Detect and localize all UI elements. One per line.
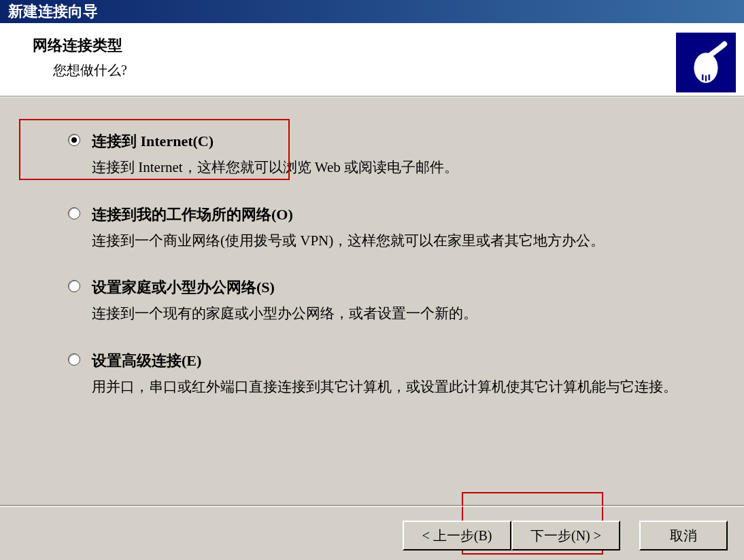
- option-desc: 用并口，串口或红外端口直接连接到其它计算机，或设置此计算机使其它计算机能与它连接…: [92, 377, 690, 398]
- wizard-header: 网络连接类型 您想做什么?: [0, 23, 744, 97]
- option-desc: 连接到一个现有的家庭或小型办公网络，或者设置一个新的。: [92, 303, 690, 325]
- page-title: 网络连接类型: [33, 35, 724, 56]
- radio-icon[interactable]: [68, 353, 80, 366]
- page-subtitle: 您想做什么?: [53, 61, 724, 80]
- connector-icon: [676, 33, 736, 92]
- next-button[interactable]: 下一步(N) >: [511, 521, 620, 550]
- svg-rect-3: [708, 74, 710, 80]
- option-connect-workplace[interactable]: 连接到我的工作场所的网络(O) 连接到一个商业网络(使用拨号或 VPN)，这样您…: [68, 205, 703, 252]
- window-title: 新建连接向导: [8, 1, 98, 22]
- option-desc: 连接到 Internet，这样您就可以浏览 Web 或阅读电子邮件。: [92, 157, 690, 179]
- option-label: 设置家庭或小型办公网络(S): [92, 277, 690, 298]
- option-desc: 连接到一个商业网络(使用拨号或 VPN)，这样您就可以在家里或者其它地方办公。: [92, 230, 690, 252]
- option-setup-home-network[interactable]: 设置家庭或小型办公网络(S) 连接到一个现有的家庭或小型办公网络，或者设置一个新…: [68, 277, 703, 325]
- option-label: 连接到我的工作场所的网络(O): [92, 205, 690, 225]
- option-advanced-connection[interactable]: 设置高级连接(E) 用并口，串口或红外端口直接连接到其它计算机，或设置此计算机使…: [68, 351, 703, 398]
- radio-icon[interactable]: [68, 134, 80, 146]
- back-button[interactable]: < 上一步(B): [403, 521, 511, 550]
- radio-icon[interactable]: [68, 280, 80, 292]
- option-label: 设置高级连接(E): [92, 351, 690, 371]
- options-panel: 连接到 Internet(C) 连接到 Internet，这样您就可以浏览 We…: [0, 97, 744, 398]
- cancel-button[interactable]: 取消: [639, 521, 728, 550]
- option-label: 连接到 Internet(C): [92, 131, 690, 152]
- option-connect-internet[interactable]: 连接到 Internet(C) 连接到 Internet，这样您就可以浏览 We…: [68, 131, 703, 179]
- divider: [0, 506, 744, 507]
- title-bar: 新建连接向导: [0, 0, 744, 23]
- svg-rect-2: [705, 75, 707, 82]
- svg-rect-1: [702, 74, 704, 80]
- wizard-footer: < 上一步(B) 下一步(N) > 取消: [0, 505, 744, 550]
- radio-icon[interactable]: [68, 207, 80, 220]
